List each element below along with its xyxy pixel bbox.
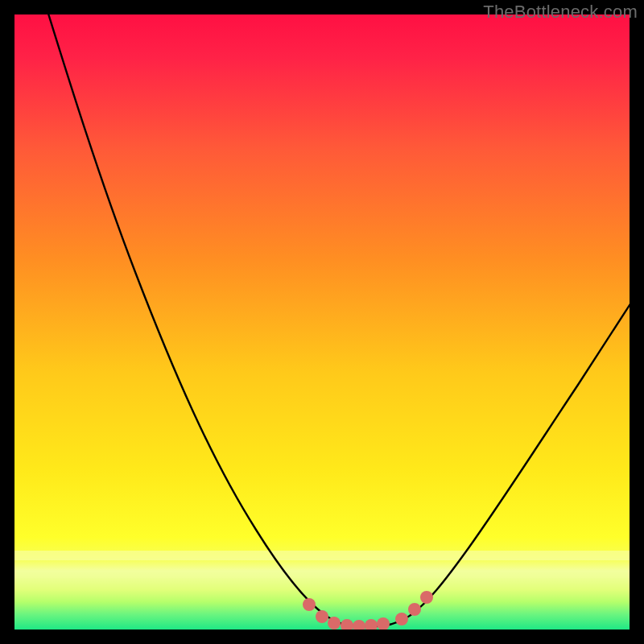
pale-band-2 [14, 570, 630, 578]
gradient-background [14, 14, 630, 630]
chart-frame [14, 14, 630, 630]
watermark-text: TheBottleneck.com [483, 2, 638, 23]
marker-dot [328, 617, 341, 630]
marker-dot [408, 603, 421, 616]
marker-dot [316, 610, 328, 623]
marker-dot [303, 598, 316, 611]
bottleneck-chart [14, 14, 630, 630]
pale-band-1 [14, 551, 630, 560]
marker-dot [395, 613, 408, 625]
marker-dot [420, 591, 433, 604]
